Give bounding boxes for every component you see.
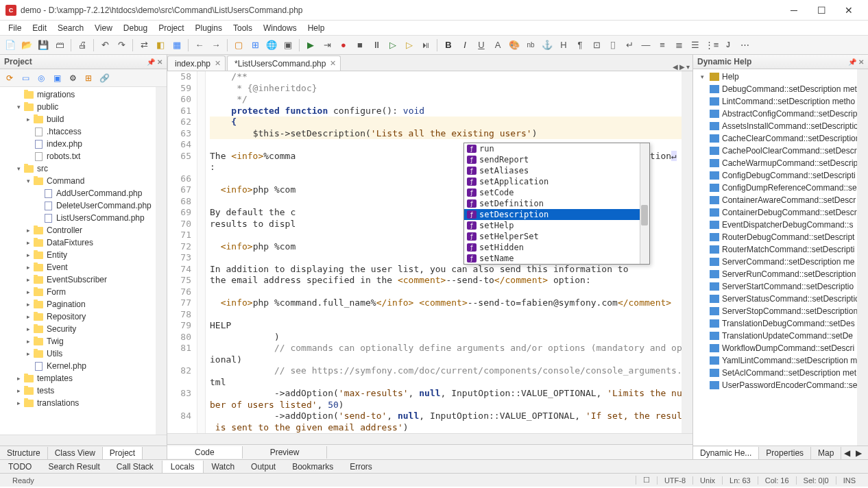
help-item[interactable]: RouterDebugCommand::setDescript [693,231,868,243]
help-item[interactable]: ServerStartCommand::setDescriptio [693,280,868,293]
bottom-tab[interactable]: Search Result [40,461,108,473]
tree-arrow-icon[interactable]: ▸ [23,289,33,295]
underline-icon[interactable]: U [474,38,489,53]
help-item[interactable]: CachePoolClearCommand::setDescri [693,145,868,157]
align-left-icon[interactable]: ≡ [655,38,670,53]
help-item[interactable]: DebugCommand::setDescription met [693,83,868,95]
more-icon[interactable]: ⋯ [737,38,752,53]
status-encoding[interactable]: UTF-8 [657,476,692,485]
tree-scrollbar[interactable] [156,87,167,435]
tree-item[interactable]: ▸Pagination [0,298,167,310]
menu-tools[interactable]: Tools [228,22,258,34]
autocomplete-item[interactable]: ƒsetName [464,253,649,264]
autocomplete-item[interactable]: ƒsetDescription [464,209,649,220]
align-right-icon[interactable]: ☰ [688,38,703,53]
tab-close-icon[interactable]: ✕ [330,59,336,68]
tab-scroll-right-icon[interactable]: ▶ [679,63,685,71]
table-icon[interactable]: ⊞ [248,38,263,53]
tree-item[interactable]: ▸Controller [0,224,167,236]
undo-icon[interactable]: ↶ [97,38,112,53]
autocomplete-item[interactable]: ƒrun [464,143,649,154]
menu-search[interactable]: Search [52,22,89,34]
tree-item[interactable]: ▸Event [0,261,167,273]
tree-item[interactable]: migrations [0,88,167,101]
menu-edit[interactable]: Edit [27,22,52,34]
tab-nav-left-icon[interactable]: ◀ [841,448,853,458]
breakpoint-icon[interactable]: ● [336,38,351,53]
help-root[interactable]: ▾Help [693,71,868,83]
tree-arrow-icon[interactable]: ▸ [23,116,33,123]
bottom-tab[interactable]: Watch [204,461,243,473]
help-item[interactable]: YamlLintCommand::setDescription m [693,354,868,367]
help-pin-icon[interactable]: 📌 ✕ [848,58,864,66]
tree-item[interactable]: ▾src [0,162,167,175]
terminal-icon[interactable]: ▣ [280,38,296,53]
tree-arrow-icon[interactable]: ▸ [23,350,33,357]
help-item[interactable]: AbstractConfigCommand::setDescrip [693,108,868,120]
bottom-tab[interactable]: Output [243,461,284,473]
bottom-tab[interactable]: Locals [162,461,204,473]
tree-item[interactable]: Kernel.php [0,360,167,372]
help-item[interactable]: EventDispatcherDebugCommand::s [693,219,868,231]
tree-arrow-icon[interactable]: ▸ [14,387,23,394]
step-into-icon[interactable]: ⏯ [418,38,433,53]
help-item[interactable]: AssetsInstallCommand::setDescriptio [693,120,868,132]
tree-item[interactable]: AddUserCommand.php [0,187,167,199]
tree-item[interactable]: ▸build [0,113,167,125]
tree-item[interactable]: .htaccess [0,125,167,138]
tree-item[interactable]: DeleteUserCommand.php [0,199,167,212]
tree-arrow-icon[interactable]: ▸ [23,264,33,271]
span-icon[interactable]: ⌷ [605,38,620,53]
help-item[interactable]: ServerRunCommand::setDescription [693,268,868,280]
panel-tab[interactable]: Structure [0,447,48,459]
tab-scroll-left-icon[interactable]: ◀ [673,63,678,71]
tree-item[interactable]: ▸Form [0,286,167,298]
sync-icon[interactable]: ◎ [34,71,48,85]
maximize-button[interactable]: ☐ [808,1,835,20]
menu-file[interactable]: File [3,22,27,34]
editor-view-tab[interactable]: Preview [243,446,328,459]
fold-gutter[interactable] [197,71,206,433]
editor-view-tab[interactable]: Code [167,446,243,459]
tree-arrow-icon[interactable]: ▸ [23,313,33,320]
tree-arrow-icon[interactable]: ▸ [23,338,33,345]
tree-item[interactable]: ▾public [0,101,167,113]
help-item[interactable]: ConfigDumpReferenceCommand::se [693,182,868,194]
project-tree[interactable]: migrations▾public▸build.htaccessindex.ph… [0,87,167,435]
collapse-icon[interactable]: ▭ [19,71,32,85]
save-all-icon[interactable]: 🗃 [52,38,67,53]
autocomplete-item[interactable]: ƒsetAliases [464,165,649,176]
help-item[interactable]: ConfigDebugCommand::setDescripti [693,169,868,182]
bottom-tab[interactable]: Errors [341,461,381,473]
run-icon[interactable]: ▶ [303,38,318,53]
minimize-button[interactable]: ─ [780,1,808,20]
bottom-tab[interactable]: TODO [0,461,40,473]
step-over-icon[interactable]: ▷ [402,38,417,53]
filter-icon[interactable]: ▣ [50,71,64,85]
back-icon[interactable]: ← [192,38,207,53]
menu-debug[interactable]: Debug [118,22,153,34]
editor-body[interactable]: 5859606162636465666768697071727374757677… [167,71,692,433]
autocomplete-item[interactable]: ƒsetCode [464,187,649,198]
editor-tab[interactable]: *ListUsersCommand.php✕ [227,56,341,71]
help-item[interactable]: SetAclCommand::setDescription met [693,367,868,379]
editor-scrollbar-v[interactable] [682,71,692,433]
tree-arrow-icon[interactable]: ▾ [14,165,23,172]
tree-arrow-icon[interactable]: ▸ [23,239,33,246]
br-icon[interactable]: ↵ [622,38,637,53]
new-file-icon[interactable]: 📄 [3,38,18,53]
tree-item[interactable]: ▸Security [0,323,167,335]
tree-item[interactable]: ▸Entity [0,249,167,261]
help-item[interactable]: TranslationUpdateCommand::setDe [693,330,868,342]
help-item[interactable]: RouterMatchCommand::setDescripti [693,243,868,256]
tree-arrow-icon[interactable]: ▸ [14,375,23,382]
color-icon[interactable]: 🎨 [507,38,522,53]
tree-item[interactable]: ▸templates [0,372,167,385]
tree-item[interactable]: ListUsersCommand.php [0,212,167,224]
cube-icon[interactable]: ◧ [153,38,168,53]
expand-icon[interactable]: ⊞ [82,71,95,85]
panel-tab[interactable]: Project [103,447,143,459]
save-icon[interactable]: 💾 [36,38,51,53]
paragraph-icon[interactable]: ¶ [572,38,588,53]
tree-item[interactable]: ▾Command [0,175,167,187]
